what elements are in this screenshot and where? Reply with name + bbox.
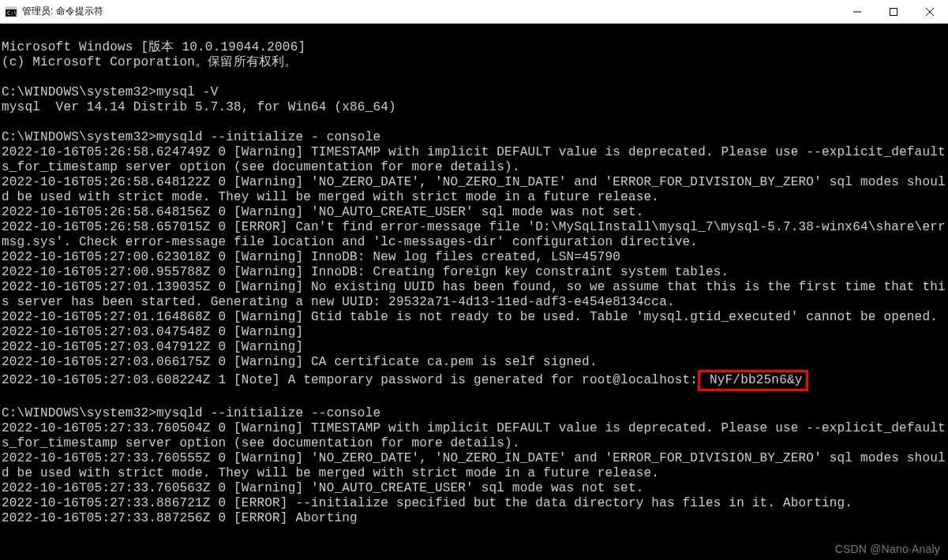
line: 2022-10-16T05:26:58.624749Z 0 [Warning] … <box>2 145 946 174</box>
cmd-input: mysqld --initialize --console <box>156 406 380 420</box>
prompt: C:\WINDOWS\system32> <box>2 130 156 144</box>
generated-password-highlight: NyF/bb25n6&y <box>698 370 807 391</box>
svg-rect-1 <box>6 7 17 9</box>
line: 2022-10-16T05:26:58.648122Z 0 [Warning] … <box>2 175 946 204</box>
line: 2022-10-16T05:27:03.608224Z 1 [Note] A t… <box>2 373 698 387</box>
line: 2022-10-16T05:27:01.139035Z 0 [Warning] … <box>2 280 946 309</box>
line: 2022-10-16T05:27:00.623018Z 0 [Warning] … <box>2 250 620 264</box>
line: 2022-10-16T05:27:33.886721Z 0 [ERROR] --… <box>2 496 852 510</box>
maximize-button[interactable] <box>875 0 912 23</box>
line: 2022-10-16T05:27:03.066175Z 0 [Warning] … <box>2 355 598 369</box>
line: 2022-10-16T05:27:01.164868Z 0 [Warning] … <box>2 310 938 324</box>
cmd-input: mysql -V <box>156 85 218 99</box>
line: (c) Microsoft Corporation。保留所有权利。 <box>2 55 298 69</box>
prompt: C:\WINDOWS\system32> <box>2 406 156 420</box>
svg-text:C:\: C:\ <box>7 10 17 17</box>
line: Microsoft Windows [版本 10.0.19044.2006] <box>2 40 305 54</box>
console-area[interactable]: Microsoft Windows [版本 10.0.19044.2006] (… <box>0 24 948 560</box>
titlebar-left: C:\ 管理员: 命令提示符 <box>0 5 839 18</box>
line: 2022-10-16T05:27:03.047548Z 0 [Warning] <box>2 325 303 339</box>
line: 2022-10-16T05:26:58.657015Z 0 [ERROR] Ca… <box>2 220 946 249</box>
line: 2022-10-16T05:27:33.760555Z 0 [Warning] … <box>2 451 946 480</box>
prompt: C:\WINDOWS\system32> <box>2 85 156 99</box>
svg-rect-4 <box>890 8 897 15</box>
line: 2022-10-16T05:27:33.760563Z 0 [Warning] … <box>2 481 644 495</box>
watermark: CSDN @Nano·Analy <box>835 542 940 557</box>
minimize-button[interactable] <box>839 0 875 23</box>
line: mysql Ver 14.14 Distrib 5.7.38, for Win6… <box>2 100 396 114</box>
line: 2022-10-16T05:27:33.887256Z 0 [ERROR] Ab… <box>2 511 358 525</box>
line: 2022-10-16T05:27:03.047912Z 0 [Warning] <box>2 340 303 354</box>
line: 2022-10-16T05:26:58.648156Z 0 [Warning] … <box>2 205 644 219</box>
line: 2022-10-16T05:27:33.760504Z 0 [Warning] … <box>2 421 946 450</box>
window-controls <box>839 0 948 23</box>
close-button[interactable] <box>912 0 948 23</box>
window-title: 管理员: 命令提示符 <box>22 5 103 18</box>
console-content: Microsoft Windows [版本 10.0.19044.2006] (… <box>2 40 948 526</box>
cmd-icon: C:\ <box>5 6 17 18</box>
cmd-input: mysqld --initialize - console <box>156 130 380 144</box>
window-titlebar: C:\ 管理员: 命令提示符 <box>0 0 948 24</box>
line: 2022-10-16T05:27:00.955788Z 0 [Warning] … <box>2 265 729 279</box>
